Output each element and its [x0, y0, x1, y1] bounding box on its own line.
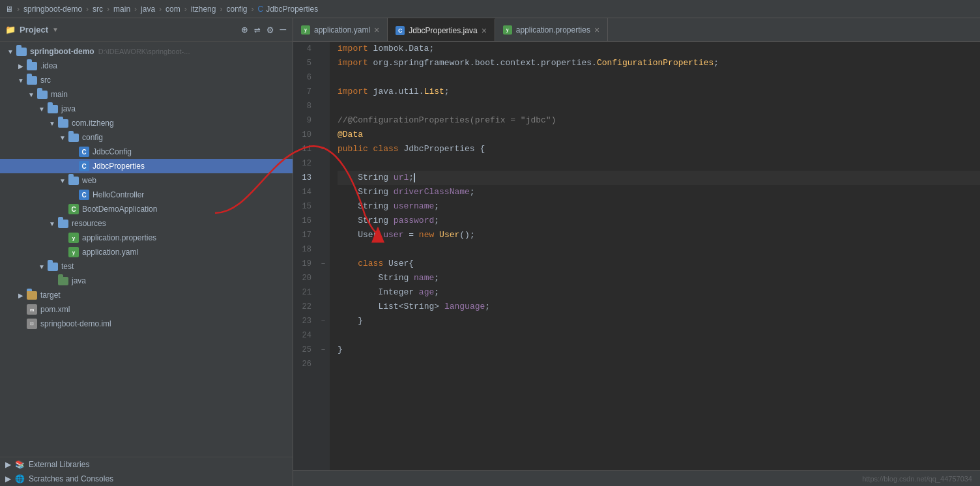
- sidebar-tree[interactable]: ▼ springboot-demo D:\IDEAWORK\springboot…: [0, 42, 293, 457]
- tree-item-pom-xml[interactable]: ▶ m pom.xml: [0, 302, 293, 317]
- arrow-icon: ▶: [16, 292, 26, 299]
- scratches-item[interactable]: ▶ 🌐 Scratches and Consoles: [0, 472, 293, 486]
- arrow-icon: ▼: [26, 91, 36, 98]
- fold-marker-11[interactable]: −: [321, 142, 326, 156]
- tab-application-yaml[interactable]: y application.yaml ×: [293, 18, 388, 41]
- tree-label: com.itzheng: [72, 119, 114, 128]
- tree-label: pom.xml: [40, 305, 70, 314]
- tree-label: application.properties: [82, 233, 156, 242]
- title-bar: 🖥 › springboot-demo › src › main › java …: [0, 0, 980, 18]
- code-editor[interactable]: 4 5 6 7 8 9 10 11 12 13 14 15 16 17 18 1…: [293, 42, 980, 470]
- import-class: List: [424, 85, 444, 99]
- tab-close-button[interactable]: ×: [594, 25, 599, 35]
- code-line-24: [338, 328, 980, 343]
- chevron-down-icon[interactable]: ▼: [52, 26, 59, 33]
- keyword: class: [373, 142, 404, 156]
- tree-label: resources: [72, 219, 106, 228]
- fold-marker-25[interactable]: −: [321, 343, 326, 357]
- code-line-5: import org.springframework.boot.context.…: [338, 56, 980, 70]
- tab-label: application.properties: [516, 25, 590, 35]
- project-icon: 📁: [5, 25, 16, 35]
- tree-item-java[interactable]: ▼ java: [0, 102, 293, 116]
- tree-label: application.yaml: [82, 248, 138, 257]
- tree-item-iml[interactable]: ▶ ⊡ springboot-demo.iml: [0, 317, 293, 331]
- external-libraries-label: External Libraries: [29, 460, 89, 469]
- code-line-20: String name;: [338, 271, 980, 285]
- code-line-23: }: [338, 314, 980, 328]
- arrow-icon: ▼: [47, 220, 57, 227]
- tree-label: target: [40, 291, 61, 300]
- arrow-icon: ▼: [47, 120, 57, 127]
- tab-close-button[interactable]: ×: [374, 25, 379, 35]
- code-content[interactable]: import lombok.Data; import org.springfra…: [330, 42, 980, 470]
- iml-icon: ⊡: [26, 318, 38, 330]
- sidebar-header: 📁 Project ▼ ⊕ ⇌ ⚙ —: [0, 18, 293, 42]
- tree-item-java-test[interactable]: ▶ java: [0, 274, 293, 288]
- tree-item-config[interactable]: ▼ config: [0, 130, 293, 145]
- breadcrumb-item-project: 🖥: [5, 5, 13, 14]
- library-icon: ▶: [5, 460, 11, 469]
- tree-item-idea[interactable]: ▶ .idea: [0, 59, 293, 73]
- main-layout: 📁 Project ▼ ⊕ ⇌ ⚙ — ▼ springboot-demo D:…: [0, 18, 980, 486]
- tree-item-BootDemoApplication[interactable]: ▶ C BootDemoApplication: [0, 202, 293, 216]
- fold-marker-19[interactable]: −: [321, 257, 326, 271]
- tab-close-button[interactable]: ×: [482, 26, 487, 35]
- tree-item-JdbcConfig[interactable]: ▶ C JdbcConfig: [0, 145, 293, 159]
- tree-label: config: [82, 133, 103, 142]
- code-line-13: String url;: [338, 171, 980, 185]
- code-line-10: @Data: [338, 128, 980, 142]
- tree-item-web[interactable]: ▼ web: [0, 173, 293, 188]
- field-name: password: [394, 214, 434, 228]
- hide-button[interactable]: —: [278, 23, 287, 37]
- folder-icon: [68, 132, 79, 143]
- folder-icon: [57, 218, 69, 229]
- tree-item-springboot-demo[interactable]: ▼ springboot-demo D:\IDEAWORK\springboot…: [0, 44, 293, 59]
- tree-item-JdbcProperties[interactable]: ▶ C JdbcProperties: [0, 159, 293, 173]
- type-name: String: [358, 185, 394, 199]
- status-bar: https://blog.csdn.net/qq_44757034: [293, 470, 980, 486]
- tree-item-application-yaml[interactable]: ▶ y application.yaml: [0, 245, 293, 259]
- tab-application-properties[interactable]: y application.properties ×: [495, 18, 608, 41]
- type-name: String: [358, 171, 394, 185]
- tree-item-application-properties[interactable]: ▶ y application.properties: [0, 231, 293, 245]
- type-name: Integer: [378, 285, 418, 300]
- yaml-tab-icon: y: [503, 25, 512, 35]
- keyword: import: [338, 42, 373, 56]
- code-line-9: //@ConfigurationProperties(prefix = "jdb…: [338, 113, 980, 128]
- tree-label: src: [40, 76, 51, 85]
- tree-label: java: [61, 104, 76, 113]
- settings-button[interactable]: ⚙: [266, 22, 275, 38]
- locate-file-button[interactable]: ⊕: [240, 22, 249, 38]
- watermark-text: https://blog.csdn.net/qq_44757034: [862, 475, 972, 483]
- code-line-21: Integer age;: [338, 285, 980, 300]
- tree-item-main[interactable]: ▼ main: [0, 87, 293, 102]
- fold-marker-23[interactable]: −: [321, 314, 326, 328]
- code-line-14: String driverClassName;: [338, 185, 980, 199]
- breadcrumb-item-java: java: [141, 5, 155, 14]
- folder-icon: [26, 60, 38, 72]
- arrow-icon: ▼: [36, 263, 47, 270]
- keyword: import: [338, 56, 373, 70]
- tree-item-src[interactable]: ▼ src: [0, 73, 293, 87]
- tree-item-target[interactable]: ▶ target: [0, 288, 293, 302]
- import-path: org.springframework.boot.context.propert…: [373, 56, 597, 70]
- tree-item-test[interactable]: ▼ test: [0, 259, 293, 274]
- tree-label: springboot-demo.iml: [40, 319, 111, 328]
- tree-label: JdbcProperties: [93, 162, 145, 171]
- tree-item-resources[interactable]: ▼ resources: [0, 216, 293, 231]
- code-line-17: User user = new User();: [338, 228, 980, 242]
- sidebar-bottom: ▶ 📚 External Libraries ▶ 🌐 Scratches and…: [0, 457, 293, 486]
- field-name: url: [394, 171, 409, 185]
- gutter: − − − −: [317, 42, 330, 470]
- tree-label: java: [72, 276, 86, 285]
- collapse-all-button[interactable]: ⇌: [253, 22, 262, 38]
- arrow-icon: ▼: [16, 77, 26, 84]
- folder-icon: [16, 46, 27, 57]
- field-name: user: [383, 228, 403, 242]
- tab-JdbcProperties[interactable]: C JdbcProperties.java ×: [388, 18, 495, 41]
- annotation: @Data: [338, 128, 363, 142]
- tree-item-HelloController[interactable]: ▶ C HelloController: [0, 188, 293, 202]
- external-libraries-item[interactable]: ▶ 📚 External Libraries: [0, 457, 293, 472]
- yaml-icon: y: [68, 246, 79, 258]
- tree-item-com-itzheng[interactable]: ▼ com.itzheng: [0, 116, 293, 130]
